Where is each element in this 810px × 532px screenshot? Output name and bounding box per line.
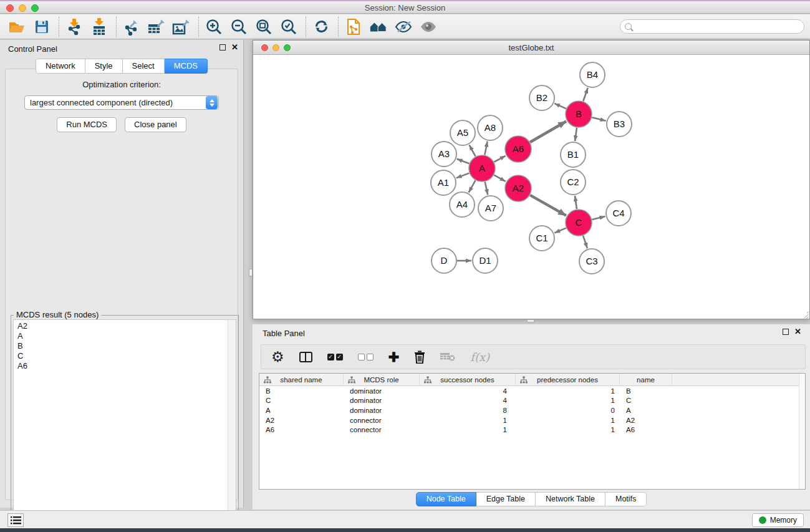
edge-A-A3[interactable] (457, 159, 470, 163)
node-B2[interactable]: B2 (529, 85, 554, 110)
close-table-panel-icon[interactable]: ✕ (794, 329, 801, 335)
zoom-out-icon[interactable] (229, 17, 248, 36)
node-A3[interactable]: A3 (432, 142, 456, 167)
add-column-icon[interactable]: ✚ (388, 349, 400, 365)
close-panel-button[interactable]: Close panel (125, 117, 186, 132)
result-list-item[interactable]: A2 (17, 321, 236, 331)
node-A5[interactable]: A5 (450, 120, 475, 145)
table-row[interactable]: Bdominator41B (259, 386, 805, 396)
column-header-shared-name[interactable]: shared name (259, 374, 344, 386)
node-D1[interactable]: D1 (473, 248, 498, 273)
hide-panel-icon[interactable] (394, 17, 413, 36)
result-scrollbar[interactable] (228, 320, 236, 523)
edge-A-A5[interactable] (470, 145, 476, 156)
memory-button[interactable]: Memory (752, 513, 804, 527)
result-list-item[interactable]: B (17, 341, 236, 351)
table-row[interactable]: Adominator80A (259, 405, 805, 415)
panel-divider-handle[interactable] (249, 269, 253, 276)
edge-B-B4[interactable] (583, 88, 587, 101)
edge-C-C2[interactable] (575, 196, 577, 209)
session-share-icon[interactable] (344, 17, 363, 36)
tab-network-table[interactable]: Network Table (536, 492, 605, 506)
result-list-item[interactable]: A (17, 331, 236, 341)
tab-network[interactable]: Network (36, 59, 85, 74)
network-window-titlebar[interactable]: testGlobe.txt (253, 41, 809, 55)
column-header-predecessor-nodes[interactable]: predecessor nodes (516, 374, 620, 386)
horizontal-divider-handle[interactable] (527, 319, 534, 322)
edge-A-A7[interactable] (485, 181, 488, 195)
edge-C-C4[interactable] (592, 216, 605, 220)
node-C3[interactable]: C3 (579, 249, 604, 274)
node-B4[interactable]: B4 (580, 62, 605, 87)
float-panel-icon[interactable] (219, 44, 226, 51)
network-canvas[interactable]: B4B2BB3B1A5A8A3A6AA1C2A4A7A2CC4C1C3DD1 (253, 55, 809, 319)
edge-A2-C[interactable] (530, 195, 566, 216)
edge-A-A2[interactable] (494, 175, 506, 181)
result-list-item[interactable]: C (17, 351, 236, 361)
search-input[interactable] (632, 22, 804, 31)
deselect-all-icon[interactable] (358, 349, 374, 365)
table-row[interactable]: A2connector11A2 (259, 415, 805, 425)
import-network-icon[interactable] (65, 17, 84, 36)
node-A7[interactable]: A7 (478, 196, 503, 221)
tab-edge-table[interactable]: Edge Table (476, 492, 536, 506)
edge-B-B3[interactable] (592, 117, 605, 120)
column-header-mcds-role[interactable]: MCDS role (344, 374, 420, 386)
tab-style[interactable]: Style (85, 59, 123, 74)
run-mcds-button[interactable]: Run MCDS (57, 117, 117, 132)
zoom-in-icon[interactable] (205, 17, 223, 36)
delete-column-icon[interactable] (414, 349, 425, 365)
export-table-icon[interactable] (147, 17, 166, 36)
select-all-icon[interactable]: ✓✓ (327, 349, 343, 365)
node-A1[interactable]: A1 (431, 170, 456, 195)
node-A8[interactable]: A8 (478, 115, 503, 140)
edge-A-A4[interactable] (469, 180, 476, 192)
tab-select[interactable]: Select (123, 59, 165, 74)
column-header-name[interactable]: name (620, 374, 672, 386)
zoom-selected-icon[interactable] (279, 17, 298, 36)
save-session-icon[interactable] (32, 17, 51, 36)
table-scrollbar[interactable] (799, 374, 805, 489)
search-field[interactable] (620, 19, 804, 34)
show-panel-icon[interactable] (419, 17, 438, 36)
task-history-button[interactable] (7, 513, 24, 527)
node-C[interactable]: C (566, 210, 592, 236)
tab-mcds[interactable]: MCDS (165, 59, 208, 74)
result-list-item[interactable]: A6 (17, 361, 236, 371)
node-C2[interactable]: C2 (561, 170, 586, 195)
edge-B-B2[interactable] (554, 104, 566, 109)
table-row[interactable]: A6connector11A6 (259, 425, 805, 435)
node-A[interactable]: A (469, 155, 495, 181)
optimization-criterion-select[interactable]: largest connected component (directed) (24, 95, 219, 110)
table-row[interactable]: Cdominator41C (259, 396, 805, 406)
tab-node-table[interactable]: Node Table (416, 492, 476, 506)
home-icon[interactable] (369, 17, 388, 36)
float-table-panel-icon[interactable] (783, 329, 789, 335)
tab-motifs[interactable]: Motifs (605, 492, 647, 506)
node-A2[interactable]: A2 (505, 175, 531, 201)
edge-C-C3[interactable] (583, 236, 587, 248)
node-A6[interactable]: A6 (505, 136, 531, 162)
open-session-icon[interactable] (7, 17, 26, 36)
node-C1[interactable]: C1 (529, 226, 554, 251)
network-graph[interactable]: B4B2BB3B1A5A8A3A6AA1C2A4A7A2CC4C1C3DD1 (253, 55, 809, 319)
edge-A-A8[interactable] (485, 142, 487, 155)
close-panel-icon[interactable]: ✕ (231, 44, 238, 51)
node-B1[interactable]: B1 (561, 142, 586, 167)
edge-A-A1[interactable] (456, 173, 470, 178)
edge-A6-B[interactable] (530, 121, 566, 142)
zoom-fit-icon[interactable] (254, 17, 273, 36)
edge-A-A6[interactable] (494, 156, 505, 162)
export-network-icon[interactable] (122, 17, 141, 36)
node-C4[interactable]: C4 (606, 201, 631, 226)
column-layout-icon[interactable] (299, 349, 312, 365)
node-B[interactable]: B (566, 101, 592, 127)
column-header-successor-nodes[interactable]: successor nodes (420, 374, 516, 386)
node-D[interactable]: D (432, 248, 456, 273)
gear-icon[interactable]: ⚙ (271, 349, 284, 365)
node-B3[interactable]: B3 (607, 112, 632, 137)
edge-B-B1[interactable] (575, 128, 577, 141)
resize-grip-icon[interactable] (801, 310, 809, 318)
refresh-icon[interactable] (312, 17, 330, 36)
edge-C-C1[interactable] (554, 228, 566, 233)
